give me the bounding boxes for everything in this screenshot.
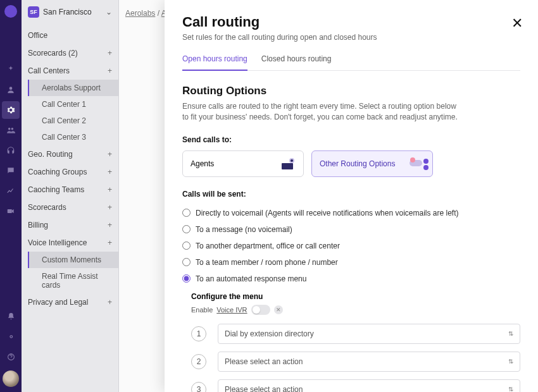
radio-input[interactable] bbox=[182, 225, 191, 233]
modal-title: Call routing bbox=[182, 14, 520, 30]
chevron-updown-icon: ⇅ bbox=[508, 386, 513, 392]
radio-input[interactable] bbox=[182, 209, 191, 217]
radio-input[interactable] bbox=[182, 274, 191, 283]
calls-will-label: Calls will be sent: bbox=[182, 190, 520, 199]
menu-action-select[interactable]: Please select an action⇅ bbox=[218, 379, 520, 392]
agents-illustration-icon bbox=[279, 157, 298, 171]
radio-department[interactable]: To another department, office or call ce… bbox=[182, 238, 520, 254]
menu-number: 3 bbox=[191, 382, 206, 392]
configure-title: Configure the menu bbox=[191, 292, 520, 301]
section-heading: Routing Options bbox=[182, 85, 520, 97]
svg-point-9 bbox=[410, 157, 415, 162]
svg-point-7 bbox=[291, 159, 293, 162]
menu-action-select[interactable]: Dial by extension directory⇅ bbox=[218, 324, 520, 344]
radio-input[interactable] bbox=[182, 242, 191, 250]
routing-illustration-icon bbox=[408, 157, 427, 171]
svg-rect-5 bbox=[282, 163, 293, 169]
menu-action-select[interactable]: Please select an action⇅ bbox=[218, 352, 520, 372]
voice-ivr-toggle[interactable] bbox=[251, 305, 270, 315]
modal-subtitle: Set rules for the call routing during op… bbox=[182, 33, 520, 42]
radio-automated-menu[interactable]: To an automated response menu bbox=[182, 271, 520, 287]
radio-message[interactable]: To a message (no voicemail) bbox=[182, 221, 520, 238]
chevron-updown-icon: ⇅ bbox=[508, 330, 513, 337]
menu-rows: 1 Dial by extension directory⇅ 2 Please … bbox=[182, 324, 520, 392]
svg-point-11 bbox=[423, 165, 429, 170]
tab-open-hours[interactable]: Open hours routing bbox=[182, 54, 247, 71]
radio-team-member[interactable]: To a team member / room phone / number bbox=[182, 254, 520, 271]
card-other-routing[interactable]: Other Routing Options bbox=[311, 150, 433, 177]
send-calls-label: Send calls to: bbox=[182, 135, 520, 144]
menu-number: 2 bbox=[191, 354, 206, 369]
enable-label: Enable bbox=[191, 306, 213, 314]
section-description: Ensure calls are routed to the right tea… bbox=[182, 101, 461, 123]
routing-options-section: Routing Options Ensure calls are routed … bbox=[182, 85, 520, 123]
card-other-label: Other Routing Options bbox=[320, 159, 395, 168]
voice-ivr-row: Enable Voice IVR ✕ bbox=[191, 305, 520, 315]
close-icon[interactable]: ✕ bbox=[511, 15, 523, 32]
voice-ivr-link[interactable]: Voice IVR bbox=[216, 306, 247, 314]
tabs: Open hours routing Closed hours routing bbox=[182, 54, 520, 71]
radio-voicemail[interactable]: Directly to voicemail (Agents will recei… bbox=[182, 205, 520, 221]
menu-number: 1 bbox=[191, 326, 206, 341]
tab-closed-hours[interactable]: Closed hours routing bbox=[261, 54, 332, 70]
configure-menu-section: Configure the menu Enable Voice IVR ✕ bbox=[191, 292, 520, 315]
menu-row-1: 1 Dial by extension directory⇅ bbox=[182, 324, 520, 344]
call-routing-modal: ✕ Call routing Set rules for the call ro… bbox=[165, 0, 538, 392]
radio-input[interactable] bbox=[182, 258, 191, 266]
card-agents-label: Agents bbox=[191, 159, 214, 168]
radio-group: Directly to voicemail (Agents will recei… bbox=[182, 205, 520, 287]
menu-row-3: 3 Please select an action⇅ bbox=[182, 379, 520, 392]
clear-icon[interactable]: ✕ bbox=[274, 305, 283, 314]
menu-row-2: 2 Please select an action⇅ bbox=[182, 352, 520, 372]
card-agents[interactable]: Agents bbox=[182, 150, 304, 177]
svg-point-10 bbox=[423, 159, 429, 164]
chevron-updown-icon: ⇅ bbox=[508, 358, 513, 365]
